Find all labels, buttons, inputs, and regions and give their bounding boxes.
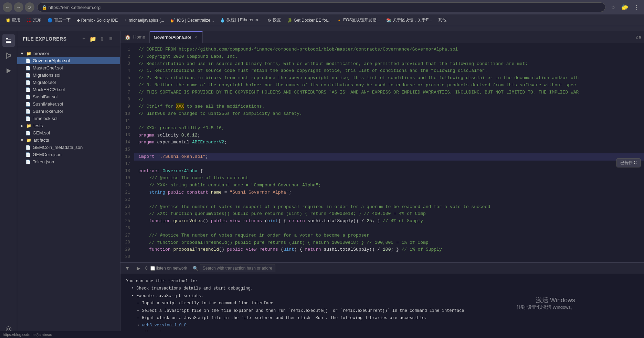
tree-item-gemcoin-json[interactable]: 📄 GEMCoin.json [17,151,120,158]
sidebar-actions: + 📁 ⇧ ≡ [80,35,115,43]
sidebar-new-file-btn[interactable]: + [80,35,88,43]
active-tab-label: GovernorAlpha.sol [154,35,191,40]
browser-chrome: ← → ⟳ 🔒 https://remix.ethereum.org ☆ 🧽 ⋮… [0,0,644,31]
tree-item-sushimaker[interactable]: 📄 SushiMaker.sol [17,100,120,108]
tree-item-migrations[interactable]: 📄 Migrations.sol [17,72,120,79]
terminal-listen-label[interactable]: listen on network [150,266,187,271]
bookmark-github[interactable]: ⚬ michaeljavaplus (... [121,17,167,23]
file-icon-gem: 📄 [25,131,31,135]
code-line-23: /// @notice The number of votes in suppo… [134,204,644,211]
browser-toolbar: ← → ⟳ 🔒 https://remix.ethereum.org ☆ 🧽 ⋮ [0,0,644,14]
terminal-search-input[interactable] [200,264,275,272]
code-line-1: // COPIED FROM https://github.com/compou… [134,46,644,53]
bookmark-settings[interactable]: ⚙ 设置 [265,17,284,24]
tree-item-migrator[interactable]: 📄 Migrator.sol [17,79,120,86]
artifacts-chevron-icon: ▼ [20,138,24,143]
bookmark-tutorial[interactable]: 💧 教程|【Ethereum... [217,17,264,24]
tree-item-sushibar[interactable]: 📄 SushiBar.sol [17,93,120,100]
tree-folder-browser[interactable]: ▼ 📁 browser [17,50,120,57]
code-line-30 [134,253,644,261]
terminal-collapse-btn[interactable]: ▼ [123,264,131,272]
terminal-listen-checkbox[interactable] [150,266,155,271]
bookmark-star-icon[interactable]: ☆ [608,2,618,12]
home-tab-label: Home [133,34,145,40]
svg-rect-0 [6,38,8,39]
code-line-26 [134,225,644,232]
svg-rect-1 [6,40,11,40]
svg-marker-6 [7,68,11,73]
bookmark-ios[interactable]: 💅 IOS | Decentralize... [168,17,217,23]
back-button[interactable]: ← [3,2,12,12]
tree-folder-tests[interactable]: ► 📁 tests [17,122,120,129]
forward-button[interactable]: → [14,2,23,12]
line-num-8: 8 [123,96,130,103]
file-icon-7: 📄 [25,102,31,107]
file-name-tokenjson: Token.json [33,159,54,164]
bookmark-more[interactable]: 其他 [435,17,449,24]
svg-rect-2 [6,41,11,42]
line-num-28: 28 [123,239,130,247]
reload-button[interactable]: ⟳ [25,2,34,12]
tab-governoralpha[interactable]: GovernorAlpha.sol ✕ [150,31,203,43]
file-icon-1: 📄 [25,58,31,63]
status-bar-url: https://blog.csdn.net/jambeau [0,331,644,338]
file-icon-3: 📄 [25,73,31,78]
address-bar[interactable]: 🔒 https://remix.ethereum.org [37,2,605,12]
file-name-9: Timelock.sol [33,116,57,121]
editor-container: 1 2 3 4 5 6 7 8 9 10 11 12 13 14 15 16 1… [120,43,644,262]
terminal-search-icon: 🔍 [193,266,198,271]
file-icon-8: 📄 [25,109,31,114]
line-num-30: 30 [123,253,130,261]
code-line-5: // 2. Redistributions in binary form mus… [134,75,644,82]
menu-icon[interactable]: ⋮ [632,2,641,12]
bookmark-apps[interactable]: 🌟 应用 [3,17,23,24]
tests-folder-icon: 📁 [26,123,31,128]
svg-rect-3 [6,42,11,43]
code-editor[interactable]: // COPIED FROM https://github.com/compou… [134,43,644,262]
tab-close-button[interactable]: ✕ [193,35,198,40]
tree-item-governoralpha[interactable]: 📄 GovernorAlpha.sol [17,57,120,64]
file-icon-4: 📄 [25,80,31,85]
code-line-19: /// @notice The name of this contract [134,175,644,182]
bookmark-docker[interactable]: 🐊 Get Docker EE for... [284,17,333,23]
terminal-clock-btn[interactable]: ▶ [134,264,142,272]
file-name-gemjson: GEMCoin.json [33,152,62,157]
tests-chevron-icon: ► [20,123,24,128]
bookmark-eos[interactable]: 🔸 EOS区块链开发指... [334,17,383,24]
line-num-3: 3 [123,61,130,68]
bookmark-blockchain[interactable]: 📚 关于区块链，关于E... [383,17,435,24]
code-line-7: // THIS SOFTWARE IS PROVIDED BY THE COPY… [134,89,644,96]
line-num-21: 21 [123,189,130,196]
line-num-20: 20 [123,182,130,189]
tree-item-timelock[interactable]: 📄 Timelock.sol [17,115,120,122]
tab-home[interactable]: 🏠 Home [120,31,150,43]
terminal-web3-link[interactable]: web3 version 1.0.0 [142,323,187,328]
bookmark-baidu[interactable]: 🔵 百度一下 [45,17,73,24]
bookmarks-bar: 🌟 应用 JD 京东 🔵 百度一下 ◆ Remix - Solidity IDE… [0,14,644,26]
line-num-7: 7 [123,89,130,96]
tree-item-masterchef[interactable]: 📄 MasterChef.sol [17,64,120,72]
sidebar-header: FILE EXPLORERS + 📁 ⇧ ≡ [17,31,120,47]
tree-item-gemcoin-meta[interactable]: 📄 GEMCoin_metadata.json [17,144,120,151]
file-icon-gemjson: 📄 [25,152,31,157]
icon-bar-compile[interactable] [2,50,15,62]
bookmark-jd[interactable]: JD 京东 [24,17,44,24]
bookmark-remix[interactable]: ◆ Remix - Solidity IDE [74,17,121,23]
sidebar-menu-btn[interactable]: ≡ [107,35,115,43]
extensions-icon[interactable]: 🧽 [620,2,630,12]
icon-bar-run[interactable] [2,65,15,77]
file-name-4: Migrator.sol [33,80,56,85]
file-icon-tokenjson: 📄 [25,160,31,164]
line-num-25: 25 [123,218,130,225]
icon-bar-files[interactable] [2,34,15,47]
folder-icon: 📁 [26,51,31,56]
tree-folder-artifacts[interactable]: ▼ 📁 artifacts [17,137,120,144]
tree-item-gem[interactable]: 📄 GEM.sol [17,129,120,137]
sidebar-upload-btn[interactable]: ⇧ [98,35,106,43]
tree-item-mockerc20[interactable]: 📄 MockERC20.sol [17,86,120,93]
code-line-10: // uint96s are changed to uint256s for s… [134,110,644,118]
sidebar-new-folder-btn[interactable]: 📁 [89,35,97,43]
tree-item-token-json[interactable]: 📄 Token.json [17,158,120,165]
tree-item-sushitoken[interactable]: 📄 SushiToken.sol [17,108,120,115]
terminal-search: 🔍 [193,264,275,272]
